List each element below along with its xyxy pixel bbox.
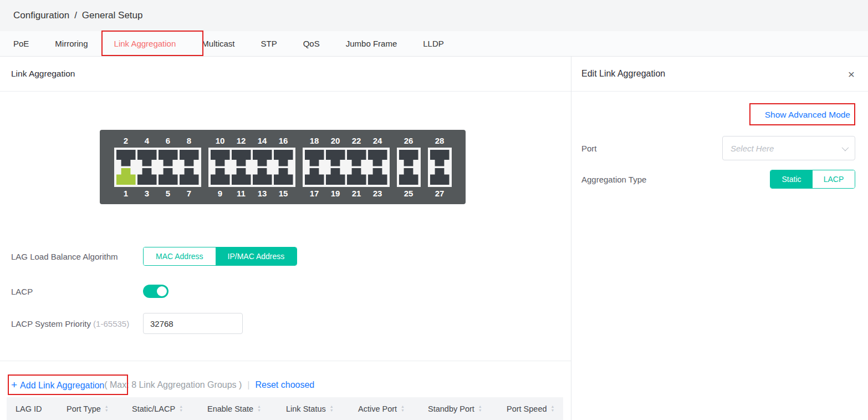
port-22[interactable] xyxy=(347,150,366,166)
sort-icon[interactable]: ▲▼ xyxy=(179,405,183,412)
port-27[interactable] xyxy=(430,168,450,185)
static-option[interactable]: Static xyxy=(770,170,813,188)
port-26[interactable] xyxy=(399,150,418,166)
port-24[interactable] xyxy=(368,150,387,166)
port-number: 3 xyxy=(137,189,157,198)
port-numbers-top: 28 xyxy=(428,134,452,148)
add-link-aggregation-label: Add Link Aggregation xyxy=(20,381,104,390)
link-aggregation-section: Link Aggregation 2 4 6 8 xyxy=(0,57,571,420)
port-group-9-16: 10 12 14 16 9 11 xyxy=(208,134,295,200)
show-advanced-mode-link[interactable]: Show Advanced Mode xyxy=(765,110,850,120)
port-13[interactable] xyxy=(253,168,272,185)
port-28[interactable] xyxy=(430,150,450,166)
port-field-row: Port Select Here xyxy=(581,136,855,160)
port-number: 27 xyxy=(430,189,450,198)
column-label: Link Status xyxy=(286,404,326,413)
tab-multicast[interactable]: Multicast xyxy=(202,39,234,48)
port-17[interactable] xyxy=(305,168,324,185)
port-16[interactable] xyxy=(274,150,293,166)
port-20[interactable] xyxy=(326,150,345,166)
port-number: 11 xyxy=(232,189,251,198)
tab-link-aggregation[interactable]: Link Aggregation xyxy=(114,39,176,48)
aggregation-type-label: Aggregation Type xyxy=(581,175,646,184)
sort-icon[interactable]: ▲▼ xyxy=(257,405,261,412)
port-number: 16 xyxy=(274,136,293,145)
port-11[interactable] xyxy=(232,168,251,185)
port-numbers-top: 2 4 6 8 xyxy=(114,134,201,148)
chevron-down-icon xyxy=(842,144,849,151)
port-number: 10 xyxy=(211,136,230,145)
port-1[interactable] xyxy=(116,168,136,185)
lacp-priority-input[interactable] xyxy=(143,313,243,334)
port-select[interactable]: Select Here xyxy=(722,136,855,160)
close-icon[interactable]: × xyxy=(848,68,855,80)
port-numbers-bottom: 9 11 13 15 xyxy=(208,187,295,200)
port-number: 17 xyxy=(305,189,324,198)
port-4[interactable] xyxy=(137,150,157,166)
port-14[interactable] xyxy=(253,150,272,166)
column-header-port-speed[interactable]: Port Speed ▲▼ xyxy=(507,397,555,420)
lacp-row: LACP xyxy=(11,282,169,301)
port-number: 6 xyxy=(159,136,178,145)
column-header-link-status[interactable]: Link Status ▲▼ xyxy=(286,397,334,420)
tab-lldp[interactable]: LLDP xyxy=(423,39,444,48)
port-number: 13 xyxy=(253,189,272,198)
tab-mirroring[interactable]: Mirroring xyxy=(55,39,88,48)
port-9[interactable] xyxy=(211,168,230,185)
port-6[interactable] xyxy=(159,150,178,166)
page: Configuration / General Setup PoE Mirror… xyxy=(0,0,868,420)
port-number: 1 xyxy=(116,189,136,198)
port-5[interactable] xyxy=(159,168,178,185)
port-2[interactable] xyxy=(116,150,136,166)
port-15[interactable] xyxy=(274,168,293,185)
port-12[interactable] xyxy=(232,150,251,166)
plus-icon: + xyxy=(11,379,17,391)
sort-icon[interactable]: ▲▼ xyxy=(478,405,482,412)
column-header-port-type[interactable]: Port Type ▲▼ xyxy=(67,397,109,420)
reset-choosed-link[interactable]: Reset choosed xyxy=(256,380,315,390)
add-link-aggregation-button[interactable]: +Add Link Aggregation xyxy=(11,379,104,391)
tab-jumbo-frame[interactable]: Jumbo Frame xyxy=(346,39,397,48)
column-header-enable-state[interactable]: Enable State ▲▼ xyxy=(207,397,261,420)
port-number: 7 xyxy=(180,189,199,198)
port-block xyxy=(114,148,201,187)
port-3[interactable] xyxy=(137,168,157,185)
sort-icon[interactable]: ▲▼ xyxy=(105,405,109,412)
port-numbers-bottom: 1 3 5 7 xyxy=(114,187,201,200)
sort-icon[interactable]: ▲▼ xyxy=(330,405,334,412)
tab-stp[interactable]: STP xyxy=(261,39,277,48)
tab-qos[interactable]: QoS xyxy=(303,39,320,48)
breadcrumb-configuration[interactable]: Configuration xyxy=(13,10,69,21)
column-label: Port Type xyxy=(67,404,101,413)
port-25[interactable] xyxy=(399,168,418,185)
port-18[interactable] xyxy=(305,150,324,166)
port-numbers-top: 10 12 14 16 xyxy=(208,134,295,148)
tab-poe[interactable]: PoE xyxy=(13,39,29,48)
port-numbers-top: 18 20 22 24 xyxy=(303,134,390,148)
port-field-label: Port xyxy=(581,144,597,153)
column-header-standby-port[interactable]: Standby Port ▲▼ xyxy=(428,397,482,420)
port-19[interactable] xyxy=(326,168,345,185)
port-block xyxy=(303,148,390,187)
port-10[interactable] xyxy=(211,150,230,166)
port-number: 5 xyxy=(159,189,178,198)
port-7[interactable] xyxy=(180,168,199,185)
ip-mac-address-option[interactable]: IP/MAC Address xyxy=(216,247,297,265)
mac-address-option[interactable]: MAC Address xyxy=(144,247,216,265)
column-header-static-lacp[interactable]: Static/LACP ▲▼ xyxy=(132,397,183,420)
column-label: Active Port xyxy=(358,404,397,413)
port-8[interactable] xyxy=(180,150,199,166)
lacp-option[interactable]: LACP xyxy=(813,170,855,188)
column-label: LAG ID xyxy=(16,404,42,413)
port-group-27-28: 28 27 xyxy=(428,134,452,200)
column-header-active-port[interactable]: Active Port ▲▼ xyxy=(358,397,405,420)
port-23[interactable] xyxy=(368,168,387,185)
edit-link-aggregation-panel: Edit Link Aggregation × Show Advanced Mo… xyxy=(571,57,868,420)
port-21[interactable] xyxy=(347,168,366,185)
lacp-toggle[interactable] xyxy=(143,285,169,298)
panel-title-row: Edit Link Aggregation × xyxy=(571,57,868,92)
breadcrumb-general-setup[interactable]: General Setup xyxy=(82,10,143,21)
lacp-priority-range: (1-65535) xyxy=(93,319,129,328)
sort-icon[interactable]: ▲▼ xyxy=(401,405,405,412)
sort-icon[interactable]: ▲▼ xyxy=(551,405,555,412)
